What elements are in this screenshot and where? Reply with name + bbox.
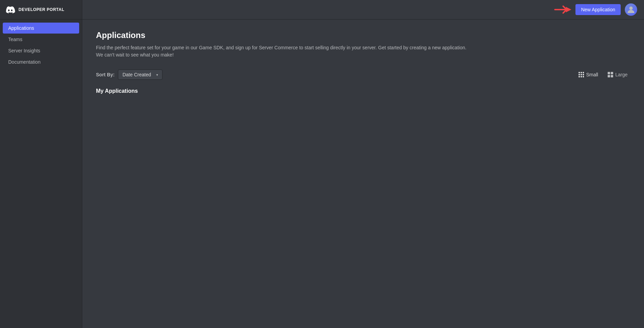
view-small-label: Small (586, 72, 598, 77)
page-description: Find the perfect feature set for your ga… (96, 44, 473, 59)
sort-by-label: Sort By: (96, 72, 114, 77)
view-large-button[interactable]: Large (605, 71, 630, 79)
sidebar-nav: Applications Teams Server Insights Docum… (0, 20, 82, 71)
toolbar: Sort By: Date Created ▾ Small (96, 70, 630, 80)
top-bar-actions: New Application (554, 3, 637, 16)
large-grid-icon (608, 72, 613, 77)
avatar[interactable] (625, 3, 637, 16)
sort-dropdown[interactable]: Date Created ▾ (118, 70, 162, 80)
svg-marker-0 (566, 7, 571, 12)
arrow-container (554, 5, 571, 14)
view-large-label: Large (615, 72, 628, 77)
page-title: Applications (96, 30, 630, 40)
sort-section: Sort By: Date Created ▾ (96, 70, 162, 80)
chevron-down-icon: ▾ (156, 73, 158, 77)
brand-name: DEVELOPER PORTAL (19, 7, 64, 12)
top-bar: New Application (82, 0, 644, 20)
sidebar-item-applications[interactable]: Applications (3, 23, 79, 34)
sidebar-item-documentation[interactable]: Documentation (3, 56, 79, 67)
sidebar: DEVELOPER PORTAL Applications Teams Serv… (0, 0, 82, 328)
view-toggle: Small Large (576, 71, 630, 79)
svg-point-1 (629, 7, 633, 10)
my-applications-title: My Applications (96, 88, 630, 94)
small-grid-icon (579, 72, 584, 77)
content-area: Applications Find the perfect feature se… (82, 20, 644, 328)
my-applications-section: My Applications (96, 88, 630, 94)
avatar-svg (626, 5, 636, 14)
sidebar-header: DEVELOPER PORTAL (0, 0, 82, 20)
avatar-image (625, 3, 637, 16)
sidebar-item-server-insights[interactable]: Server Insights (3, 45, 79, 56)
new-application-button[interactable]: New Application (575, 4, 621, 15)
sidebar-item-teams[interactable]: Teams (3, 34, 79, 45)
red-arrow-icon (554, 5, 571, 14)
discord-logo-icon (5, 5, 15, 14)
main-content: New Application Applications Find the pe… (82, 0, 644, 328)
view-small-button[interactable]: Small (576, 71, 601, 79)
sort-option-label: Date Created (122, 72, 151, 77)
